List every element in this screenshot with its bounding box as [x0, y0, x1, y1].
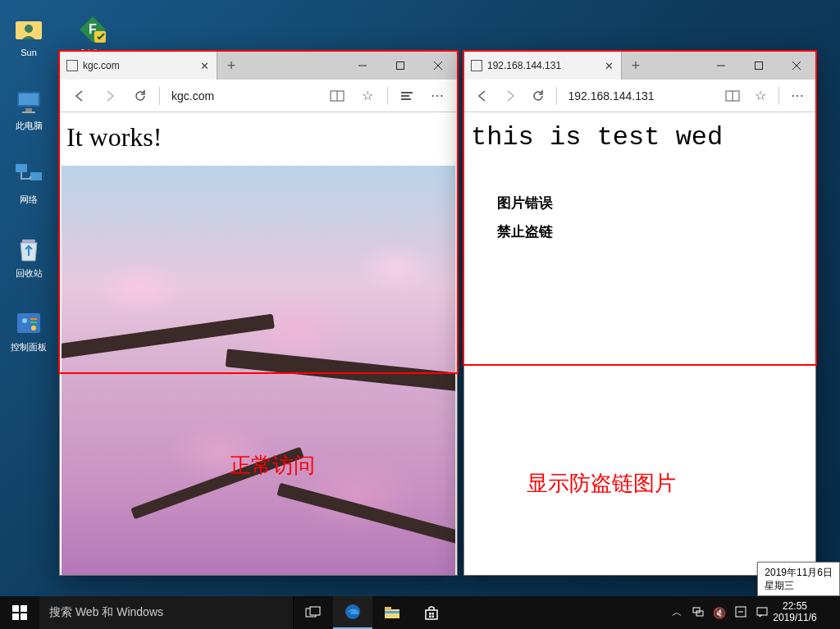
desktop-icon-label: Sun: [21, 48, 37, 57]
taskbar-clock[interactable]: 22:55 2019/11/6: [773, 596, 817, 629]
computer-icon: [12, 85, 45, 118]
close-button[interactable]: [778, 52, 815, 80]
address-bar[interactable]: [562, 84, 719, 107]
svg-rect-41: [385, 611, 399, 613]
back-button[interactable]: [469, 81, 495, 111]
refresh-button[interactable]: [126, 81, 154, 111]
reading-view-icon[interactable]: [720, 81, 746, 111]
back-button[interactable]: [65, 81, 94, 111]
tab-title: 192.168.144.131: [487, 60, 603, 71]
more-icon[interactable]: ⋯: [423, 81, 452, 111]
close-button[interactable]: [419, 52, 457, 80]
tab-bar: 192.168.144.131 ✕ +: [464, 52, 815, 80]
clock-tooltip: 2019年11月6日 星期三: [757, 562, 840, 596]
browser-window-right: 192.168.144.131 ✕ + ☆ ⋯ this is test wed…: [463, 51, 816, 576]
desktop-icon-user[interactable]: Sun: [0, 4, 57, 66]
start-button[interactable]: [0, 596, 39, 629]
tray-notification-icon[interactable]: [755, 606, 769, 620]
clock-time: 22:55: [773, 601, 817, 613]
svg-rect-40: [385, 607, 391, 610]
desktop-icon-computer[interactable]: 此电脑: [0, 78, 57, 139]
desktop-icon-recycle[interactable]: 回收站: [0, 226, 57, 287]
taskbar-store[interactable]: [412, 596, 451, 629]
svg-rect-14: [30, 318, 37, 320]
taskbar: 搜索 Web 和 Windows ︿ 🔇 22:55 2019/11/6: [0, 596, 840, 629]
svg-rect-44: [432, 613, 435, 615]
favorite-icon[interactable]: ☆: [354, 81, 382, 111]
tab-title: kgc.com: [83, 60, 199, 71]
new-tab-button[interactable]: +: [622, 52, 650, 80]
desktop-icon-network[interactable]: 网络: [0, 152, 57, 213]
user-folder-icon: [12, 13, 45, 46]
page-heading: this is test wed: [464, 112, 815, 161]
svg-rect-10: [30, 172, 42, 180]
svg-rect-34: [12, 613, 19, 620]
svg-rect-45: [429, 616, 431, 618]
page-icon: [66, 60, 78, 71]
refresh-button[interactable]: [525, 81, 551, 111]
svg-point-13: [22, 318, 27, 323]
page-content: It works!: [60, 112, 457, 575]
taskbar-edge[interactable]: [333, 596, 372, 629]
svg-rect-39: [385, 609, 399, 618]
svg-rect-33: [21, 605, 27, 612]
tray-chevron-icon[interactable]: ︿: [669, 605, 684, 620]
tab-close-icon[interactable]: ✕: [603, 60, 614, 72]
svg-rect-18: [397, 62, 404, 70]
desktop-icon-label: 此电脑: [16, 120, 43, 132]
svg-point-16: [31, 326, 36, 330]
reading-view-icon[interactable]: [323, 81, 352, 111]
windows-icon: [12, 605, 27, 620]
show-desktop-button[interactable]: [817, 596, 840, 629]
browser-toolbar: ☆ ⋯: [464, 80, 815, 112]
minimize-button[interactable]: [702, 52, 740, 80]
svg-rect-42: [426, 610, 437, 619]
desktop-icon-label: 网络: [20, 194, 38, 206]
forward-button[interactable]: [95, 81, 124, 111]
maximize-button[interactable]: [740, 52, 778, 80]
page-content: this is test wed 图片错误 禁止盗链: [464, 112, 815, 575]
maximize-button[interactable]: [381, 52, 419, 80]
clock-date: 2019/11/6: [773, 613, 817, 624]
forward-button[interactable]: [497, 81, 523, 111]
task-view-button[interactable]: [294, 596, 333, 629]
desktop-icon-label: 控制面板: [11, 341, 47, 353]
favorite-icon[interactable]: ☆: [747, 81, 774, 111]
svg-rect-11: [22, 239, 35, 243]
more-icon[interactable]: ⋯: [784, 81, 810, 111]
fiddler-icon: F: [76, 13, 109, 46]
tooltip-date: 2019年11月6日: [765, 566, 833, 579]
page-heading: It works!: [60, 112, 457, 161]
svg-rect-8: [22, 112, 35, 113]
svg-rect-43: [429, 613, 431, 615]
desktop-icon-control-panel[interactable]: 控制面板: [0, 299, 57, 361]
hub-icon[interactable]: [393, 81, 422, 111]
control-panel-icon: [12, 307, 45, 340]
page-icon: [471, 60, 482, 71]
desktop-icon-label: 回收站: [16, 267, 43, 280]
search-placeholder: 搜索 Web 和 Windows: [49, 605, 163, 620]
svg-rect-32: [12, 605, 19, 612]
taskbar-explorer[interactable]: [372, 596, 412, 629]
svg-rect-51: [757, 608, 767, 615]
svg-rect-27: [756, 62, 763, 70]
browser-tab[interactable]: kgc.com ✕: [60, 52, 217, 80]
tray-network-icon[interactable]: [691, 606, 705, 620]
browser-toolbar: ☆ ⋯: [60, 80, 457, 112]
tray-volume-icon[interactable]: 🔇: [712, 607, 727, 619]
svg-point-1: [25, 25, 33, 33]
svg-rect-46: [432, 616, 435, 618]
taskbar-search[interactable]: 搜索 Web 和 Windows: [39, 596, 294, 629]
tray-ime-icon[interactable]: [733, 606, 748, 620]
tooltip-weekday: 星期三: [765, 579, 833, 592]
page-image: [62, 166, 455, 575]
browser-tab[interactable]: 192.168.144.131 ✕: [464, 52, 622, 80]
address-bar[interactable]: [165, 84, 322, 107]
tab-bar: kgc.com ✕ +: [60, 52, 457, 80]
browser-window-left: kgc.com ✕ + ☆ ⋯ It works!: [59, 51, 458, 576]
minimize-button[interactable]: [344, 52, 381, 80]
system-tray: ︿ 🔇: [666, 596, 773, 629]
error-line2: 禁止盗链: [497, 222, 783, 241]
new-tab-button[interactable]: +: [217, 52, 245, 80]
tab-close-icon[interactable]: ✕: [199, 60, 210, 72]
